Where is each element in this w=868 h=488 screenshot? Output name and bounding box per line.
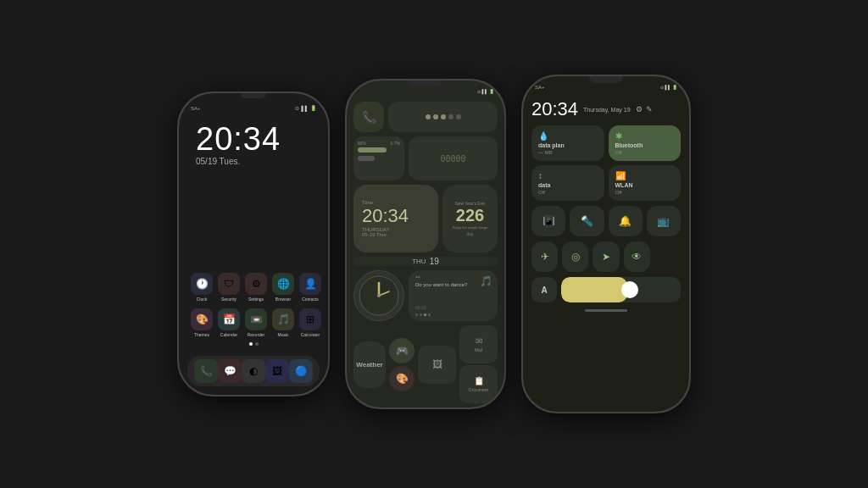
phone-1: SA+ ⊙ ▌▌ 🔋 20:34 05/19 Tues. 🕐 Clock � — [177, 92, 330, 396]
app-calendar[interactable]: 📅 Calendar — [218, 308, 240, 337]
dock-messages[interactable]: 💬 — [218, 359, 242, 383]
dot-on-2 — [433, 114, 438, 119]
music-label: Music — [277, 332, 288, 337]
location-icon: ➤ — [602, 251, 610, 263]
widget-row-1: 📞 — [353, 102, 498, 132]
app-clock[interactable]: 🕐 Clock — [191, 273, 213, 302]
phone2-screen: ⊙ ▌▌ 🔋 📞 68%5.7% — [347, 80, 504, 408]
icon-tile-cast[interactable]: 📺 — [647, 206, 681, 236]
dock-gallery[interactable]: 🖼 — [265, 359, 289, 383]
brightness-slider[interactable] — [561, 277, 681, 302]
contacts-icon: 👤 — [299, 273, 321, 295]
app-grid-row1: 🕐 Clock 🛡 Security ⚙ Settings 🌐 Browser … — [187, 273, 320, 302]
icon-tile-vibrate[interactable]: 📳 — [531, 206, 565, 236]
dock-camera-icon: ◐ — [242, 359, 265, 383]
dock-messages-icon: 💬 — [218, 359, 242, 383]
main-date: 05/19 Tues. — [196, 157, 320, 166]
dock-gallery-icon: 🖼 — [265, 359, 289, 383]
widget-battery: 68%5.7% — [353, 136, 404, 180]
tile-bluetooth-sub: Off — [615, 150, 675, 155]
security-label: Security — [221, 297, 236, 302]
app-contacts[interactable]: 👤 Contacts — [299, 273, 321, 302]
weather-label: Weather — [356, 361, 382, 369]
slider-knob — [621, 281, 638, 298]
widget-dots — [388, 102, 498, 132]
dot-1 — [249, 342, 253, 346]
icon-tile-location[interactable]: ➤ — [593, 241, 619, 272]
wlan-icon: 📶 — [615, 171, 675, 180]
icon-tile-bell[interactable]: 🔔 — [609, 206, 643, 236]
widget-music: ❝❝ Do you want to dance? 🎵 00:03 — [409, 270, 498, 321]
clock-icon: 🕐 — [191, 273, 213, 295]
contacts-label: Contacts — [302, 297, 319, 302]
calculator-label: Calculator — [301, 332, 320, 337]
brightness-row: A — [531, 277, 681, 302]
vibrate-icon: 📳 — [542, 215, 555, 227]
tile-wlan[interactable]: 📶 WLAN Off — [609, 165, 682, 201]
dock-app5[interactable]: 🔵 — [289, 359, 313, 383]
themes-label: Themes — [194, 332, 209, 337]
icon-tile-circle[interactable]: ◎ — [562, 241, 588, 272]
music-time: 00:03 — [415, 305, 491, 310]
status-carrier: SA+ — [191, 106, 201, 111]
app-recorder[interactable]: 📼 Recorder — [245, 308, 267, 337]
cast-icon: 📺 — [657, 215, 670, 227]
dock-phone[interactable]: 📞 — [194, 359, 218, 383]
battery-fill — [358, 147, 387, 152]
widget-phone: 📞 — [353, 102, 384, 132]
tile-bluetooth[interactable]: ✱ Bluetooth Off — [609, 125, 682, 161]
app-icon-palette[interactable]: 🎨 — [389, 366, 415, 391]
settings-label: Settings — [248, 297, 264, 302]
airplane-icon: ✈ — [541, 251, 549, 263]
widget-weather: Weather — [353, 341, 386, 388]
app-settings[interactable]: ⚙ Settings — [245, 273, 267, 302]
dock-phone-icon: 📞 — [194, 359, 218, 383]
widget-gallery[interactable]: 🖼 — [418, 346, 456, 384]
flashlight-icon: 🔦 — [581, 215, 593, 227]
music-note-icon: 🎵 — [480, 275, 492, 287]
widget-mail[interactable]: ✉ Mail — [459, 325, 498, 363]
cc-icon-row-1: 📳 🔦 🔔 📺 — [531, 206, 681, 236]
phone1-screen: SA+ ⊙ ▌▌ 🔋 20:34 05/19 Tues. 🕐 Clock � — [179, 93, 328, 395]
icon-tile-flashlight[interactable]: 🔦 — [570, 206, 604, 236]
app-browser[interactable]: 🌐 Browser — [272, 273, 294, 302]
dock-camera[interactable]: ◐ — [242, 359, 265, 383]
cc-quick-tiles: 💧 data plan — MB ✱ Bluetooth Off ↕ data … — [531, 125, 681, 201]
tile-wlan-label: WLAN — [615, 182, 675, 188]
app-security[interactable]: 🛡 Security — [218, 273, 240, 302]
app-icon-gamepad[interactable]: 🎮 — [389, 338, 415, 363]
dock: 📞 💬 ◐ 🖼 🔵 — [187, 356, 320, 386]
slider-fill — [561, 277, 627, 302]
tile-data-plan[interactable]: 💧 data plan — MB — [531, 125, 604, 161]
phone-2: ⊙ ▌▌ 🔋 📞 68%5.7% — [345, 79, 506, 409]
status-bar-3: SA+ ⊙ ▌▌ 🔋 — [531, 85, 681, 90]
app-music[interactable]: 🎵 Music — [272, 308, 294, 337]
edit-icon[interactable]: ✎ — [646, 105, 653, 114]
phone-3: SA+ ⊙ ▌▌ 🔋 20:34 Thursday, May 19 ⚙ ✎ — [521, 75, 691, 413]
widget-row-2: 68%5.7% 00000 — [353, 136, 498, 180]
recorder-label: Recorder — [248, 332, 265, 337]
themes-icon: 🎨 — [191, 308, 213, 330]
dot-off-2 — [456, 114, 461, 119]
icon-tile-eye[interactable]: 👁 — [624, 241, 650, 272]
analog-clock-svg — [358, 274, 400, 317]
notch-3 — [589, 76, 623, 83]
icon-tile-airplane[interactable]: ✈ — [531, 241, 558, 272]
app-themes[interactable]: 🎨 Themes — [191, 308, 213, 337]
app-calculator[interactable]: ⊞ Calculator — [299, 308, 321, 337]
status-prefix: SA+ — [535, 85, 545, 90]
widget-document[interactable]: 📋 Document — [459, 365, 498, 403]
notch-1 — [241, 93, 266, 98]
eye-icon: 👁 — [632, 251, 642, 263]
data-icon: ↕ — [538, 171, 598, 180]
status-icons-2: ⊙ ▌▌ 🔋 — [477, 89, 494, 94]
tile-data-label: data — [538, 182, 598, 188]
tile-data[interactable]: ↕ data Off — [531, 165, 604, 201]
widget-counter: 00000 — [409, 136, 498, 180]
settings-gear-icon[interactable]: ⚙ — [636, 105, 643, 114]
cc-header-icons: ⚙ ✎ — [636, 105, 653, 114]
tile-data-plan-label: data plan — [538, 142, 598, 148]
widget-row-5: ❝❝ Do you want to dance? 🎵 00:03 — [353, 270, 498, 321]
widget-schedule: THU 19 — [353, 257, 498, 266]
clock-label: Clock — [197, 297, 208, 302]
